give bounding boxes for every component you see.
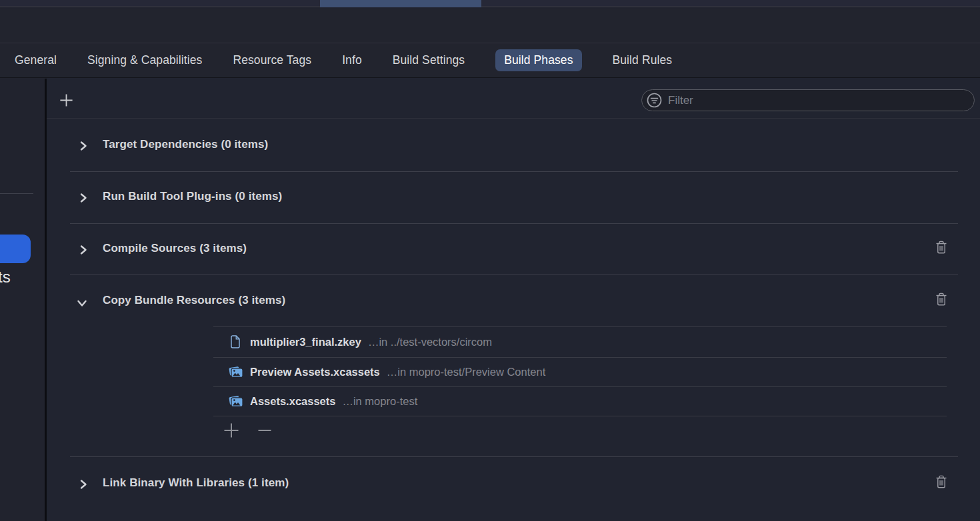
navigator-sidebar-clipped: ts	[0, 79, 45, 521]
section-divider	[70, 223, 958, 224]
delete-phase-button[interactable]	[934, 241, 949, 257]
section-title-compile-sources[interactable]: Compile Sources (3 items)	[103, 242, 247, 255]
chevron-right-icon[interactable]	[77, 192, 89, 204]
section-divider	[70, 171, 958, 172]
header-divider	[47, 118, 980, 119]
file-location: …in mopro-test	[342, 395, 417, 408]
remove-file-button[interactable]	[255, 422, 274, 441]
trash-icon	[935, 292, 948, 309]
tab-general[interactable]: General	[15, 53, 57, 67]
tab-info[interactable]: Info	[342, 53, 362, 67]
tab-resource-tags[interactable]: Resource Tags	[233, 53, 311, 67]
chevron-down-icon[interactable]	[76, 297, 88, 309]
section-divider	[70, 274, 958, 274]
document-icon	[225, 335, 245, 348]
selected-target-chip[interactable]	[0, 235, 31, 263]
build-phases-pane: Target Dependencies (0 items) Run Build …	[47, 78, 980, 521]
file-location: …in mopro-test/Preview Content	[387, 366, 545, 378]
chevron-right-icon[interactable]	[77, 244, 89, 256]
section-title-copy-bundle-resources[interactable]: Copy Bundle Resources (3 items)	[103, 294, 285, 307]
project-editor-tabbar: General Signing & Capabilities Resource …	[0, 43, 980, 78]
tab-build-rules[interactable]: Build Rules	[613, 53, 673, 67]
filter-input[interactable]	[668, 94, 974, 107]
minus-icon	[256, 422, 273, 442]
filter-circle-icon	[646, 92, 663, 109]
delete-phase-button[interactable]	[934, 475, 949, 491]
chevron-right-icon[interactable]	[77, 478, 89, 490]
table-row[interactable]: multiplier3_final.zkey …in ../test-vecto…	[213, 327, 947, 356]
active-document-tab[interactable]	[320, 0, 481, 7]
section-divider	[70, 456, 958, 457]
document-tab-strip	[0, 0, 980, 7]
add-file-button[interactable]	[222, 422, 241, 441]
table-row[interactable]: Preview Assets.xcassets …in mopro-test/P…	[213, 357, 947, 386]
delete-phase-button[interactable]	[934, 292, 949, 308]
sidebar-truncated-label: ts	[0, 268, 11, 286]
plus-icon	[59, 93, 74, 111]
tab-signing-capabilities[interactable]: Signing & Capabilities	[87, 53, 202, 67]
xcode-project-editor: General Signing & Capabilities Resource …	[0, 0, 980, 521]
section-title-run-build-tool-plugins[interactable]: Run Build Tool Plug-ins (0 items)	[103, 190, 282, 203]
trash-icon	[935, 240, 948, 257]
tab-build-settings[interactable]: Build Settings	[393, 53, 465, 67]
section-title-target-dependencies[interactable]: Target Dependencies (0 items)	[103, 138, 268, 151]
trash-icon	[935, 474, 948, 492]
section-title-link-binary-with-libraries[interactable]: Link Binary With Libraries (1 item)	[103, 476, 289, 490]
file-name: Preview Assets.xcassets	[250, 366, 380, 378]
file-list-divider	[213, 416, 947, 416]
file-location: …in ../test-vectors/circom	[368, 336, 492, 348]
table-row[interactable]: Assets.xcassets …in mopro-test	[213, 386, 947, 416]
chevron-right-icon[interactable]	[77, 140, 89, 152]
file-name: Assets.xcassets	[250, 395, 335, 408]
photo-stack-icon	[225, 394, 245, 408]
sidebar-divider	[0, 193, 33, 194]
photo-stack-icon	[225, 365, 245, 378]
file-name: multiplier3_final.zkey	[250, 336, 361, 348]
plus-icon	[223, 422, 240, 442]
toolbar-band	[0, 9, 980, 43]
filter-field[interactable]	[641, 89, 975, 111]
add-build-phase-button[interactable]	[57, 93, 75, 110]
tab-build-phases[interactable]: Build Phases	[495, 49, 581, 71]
